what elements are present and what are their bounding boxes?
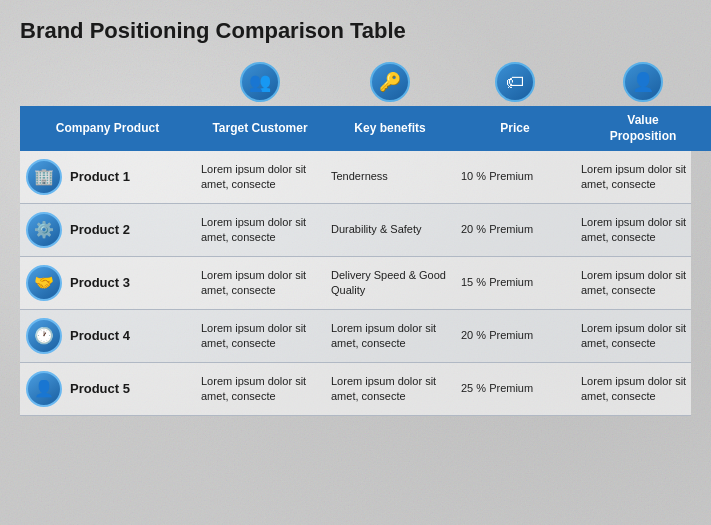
product-icon: 🤝 xyxy=(26,265,62,301)
product-key-cell: Tenderness xyxy=(325,151,455,203)
product-company-cell: 🏢 Product 1 xyxy=(20,151,195,203)
product-target-cell: Lorem ipsum dolor sit amet, consecte xyxy=(195,310,325,362)
product-price-cell: 20 % Premium xyxy=(455,204,575,256)
table-row: ⚙️ Product 2 Lorem ipsum dolor sit amet,… xyxy=(20,204,691,257)
product-icon: ⚙️ xyxy=(26,212,62,248)
value-proposition-icon: 👤 xyxy=(623,62,663,102)
product-key-cell: Durability & Safety xyxy=(325,204,455,256)
table-row: 👤 Product 5 Lorem ipsum dolor sit amet, … xyxy=(20,363,691,416)
header-target: Target Customer xyxy=(195,106,325,151)
key-benefits-icon: 🔑 xyxy=(370,62,410,102)
table-row: 🏢 Product 1 Lorem ipsum dolor sit amet, … xyxy=(20,151,691,204)
product-key-cell: Lorem ipsum dolor sit amet, consecte xyxy=(325,363,455,415)
product-company-cell: 👤 Product 5 xyxy=(20,363,195,415)
header-company: Company Product xyxy=(20,106,195,151)
product-value-cell: Lorem ipsum dolor sit amet, consecte xyxy=(575,151,711,203)
product-icon: 🏢 xyxy=(26,159,62,195)
product-company-cell: 🤝 Product 3 xyxy=(20,257,195,309)
product-icon: 🕐 xyxy=(26,318,62,354)
product-key-cell: Lorem ipsum dolor sit amet, consecte xyxy=(325,310,455,362)
product-name: Product 4 xyxy=(70,327,130,345)
product-name: Product 5 xyxy=(70,380,130,398)
page-title: Brand Positioning Comparison Table xyxy=(20,18,691,44)
icon-key-cell: 🔑 xyxy=(325,58,455,106)
header-value: ValueProposition xyxy=(575,106,711,151)
product-company-cell: ⚙️ Product 2 xyxy=(20,204,195,256)
product-target-cell: Lorem ipsum dolor sit amet, consecte xyxy=(195,151,325,203)
icon-value-cell: 👤 xyxy=(575,58,711,106)
product-name: Product 1 xyxy=(70,168,130,186)
product-price-cell: 20 % Premium xyxy=(455,310,575,362)
icon-target-cell: 👥 xyxy=(195,58,325,106)
target-customer-icon: 👥 xyxy=(240,62,280,102)
header-price: Price xyxy=(455,106,575,151)
data-rows-container: 🏢 Product 1 Lorem ipsum dolor sit amet, … xyxy=(20,151,691,416)
product-value-cell: Lorem ipsum dolor sit amet, consecte xyxy=(575,310,711,362)
product-name: Product 3 xyxy=(70,274,130,292)
product-price-cell: 25 % Premium xyxy=(455,363,575,415)
header-key: Key benefits xyxy=(325,106,455,151)
product-target-cell: Lorem ipsum dolor sit amet, consecte xyxy=(195,204,325,256)
product-company-cell: 🕐 Product 4 xyxy=(20,310,195,362)
table-row: 🕐 Product 4 Lorem ipsum dolor sit amet, … xyxy=(20,310,691,363)
product-name: Product 2 xyxy=(70,221,130,239)
icon-company-cell xyxy=(20,58,195,106)
product-price-cell: 15 % Premium xyxy=(455,257,575,309)
product-target-cell: Lorem ipsum dolor sit amet, consecte xyxy=(195,363,325,415)
product-value-cell: Lorem ipsum dolor sit amet, consecte xyxy=(575,204,711,256)
icon-price-cell: 🏷 xyxy=(455,58,575,106)
product-key-cell: Delivery Speed & Good Quality xyxy=(325,257,455,309)
icon-row: 👥 🔑 🏷 👤 xyxy=(20,58,691,106)
product-icon: 👤 xyxy=(26,371,62,407)
table-row: 🤝 Product 3 Lorem ipsum dolor sit amet, … xyxy=(20,257,691,310)
header-row: Company Product Target Customer Key bene… xyxy=(20,106,691,151)
comparison-table: 👥 🔑 🏷 👤 Company Product Target Customer … xyxy=(20,58,691,416)
price-icon: 🏷 xyxy=(495,62,535,102)
main-container: Brand Positioning Comparison Table 👥 🔑 🏷… xyxy=(0,0,711,426)
product-target-cell: Lorem ipsum dolor sit amet, consecte xyxy=(195,257,325,309)
product-value-cell: Lorem ipsum dolor sit amet, consecte xyxy=(575,363,711,415)
product-price-cell: 10 % Premium xyxy=(455,151,575,203)
product-value-cell: Lorem ipsum dolor sit amet, consecte xyxy=(575,257,711,309)
